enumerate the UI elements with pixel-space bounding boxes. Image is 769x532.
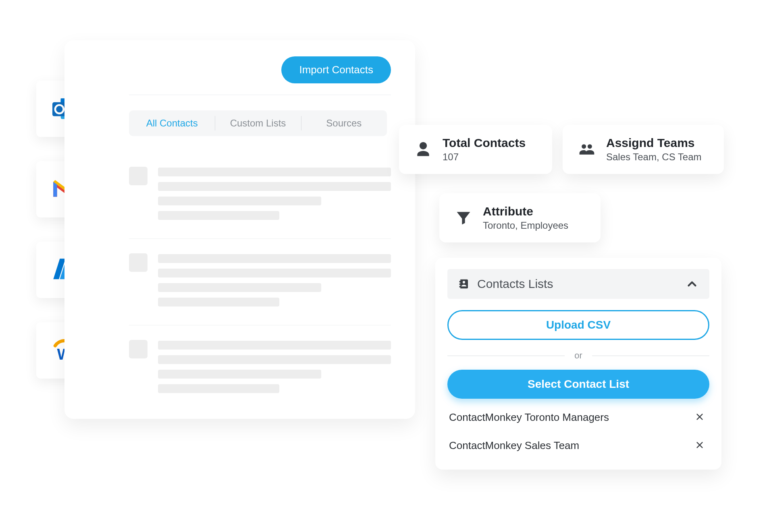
skeleton-line <box>158 298 279 306</box>
list-item <box>129 152 391 239</box>
skeleton-line <box>158 197 321 205</box>
contacts-skeleton-list <box>129 152 391 412</box>
card-value: Sales Team, CS Team <box>606 151 702 163</box>
remove-list-button[interactable] <box>692 409 708 425</box>
remove-list-button[interactable] <box>692 437 708 453</box>
contacts-lists-panel: Contacts Lists Upload CSV or Select Cont… <box>435 258 721 470</box>
selected-list-item: ContactMonkey Sales Team <box>447 427 709 455</box>
group-icon <box>578 141 596 158</box>
skeleton-line <box>158 269 391 277</box>
or-label: or <box>574 350 582 361</box>
lists-header-title: Contacts Lists <box>477 277 678 291</box>
skeleton-line <box>158 168 391 176</box>
card-value: 107 <box>443 151 526 163</box>
skeleton-avatar <box>129 340 148 358</box>
contacts-panel: Import Contacts All Contacts Custom List… <box>64 40 415 419</box>
skeleton-line <box>158 370 321 379</box>
skeleton-avatar <box>129 253 148 272</box>
tab-all-contacts[interactable]: All Contacts <box>129 110 215 136</box>
skeleton-avatar <box>129 167 148 185</box>
card-title: Assignd Teams <box>606 136 702 150</box>
skeleton-line <box>158 211 279 220</box>
contacts-tabs: All Contacts Custom Lists Sources <box>129 110 387 136</box>
select-contact-list-button[interactable]: Select Contact List <box>447 370 709 399</box>
skeleton-line <box>158 254 391 263</box>
contacts-lists-header[interactable]: Contacts Lists <box>447 269 709 299</box>
card-value: Toronto, Employees <box>483 220 568 231</box>
divider <box>129 95 391 95</box>
skeleton-line <box>158 355 391 364</box>
selected-list-item: ContactMonkey Toronto Managers <box>447 399 709 427</box>
card-attribute: Attribute Toronto, Employees <box>439 193 601 242</box>
skeleton-line <box>158 182 391 191</box>
close-icon <box>695 441 704 449</box>
card-title: Total Contacts <box>443 136 526 150</box>
skeleton-line <box>158 341 391 350</box>
list-item-name: ContactMonkey Sales Team <box>449 439 684 452</box>
skeleton-line <box>158 384 279 393</box>
list-item <box>129 325 391 412</box>
tab-custom-lists[interactable]: Custom Lists <box>215 110 301 136</box>
address-book-icon <box>458 278 470 290</box>
tab-sources[interactable]: Sources <box>301 110 387 136</box>
card-assigned-teams: Assignd Teams Sales Team, CS Team <box>563 125 724 174</box>
card-total-contacts: Total Contacts 107 <box>399 125 552 174</box>
close-icon <box>695 412 704 421</box>
or-divider: or <box>447 350 709 361</box>
card-title: Attribute <box>483 205 568 218</box>
list-item <box>129 239 391 325</box>
skeleton-line <box>158 283 321 292</box>
list-item-name: ContactMonkey Toronto Managers <box>449 411 684 424</box>
import-contacts-button[interactable]: Import Contacts <box>281 56 391 83</box>
upload-csv-button[interactable]: Upload CSV <box>447 310 709 340</box>
funnel-icon <box>455 209 472 227</box>
person-icon <box>414 141 432 158</box>
chevron-up-icon <box>685 277 699 291</box>
